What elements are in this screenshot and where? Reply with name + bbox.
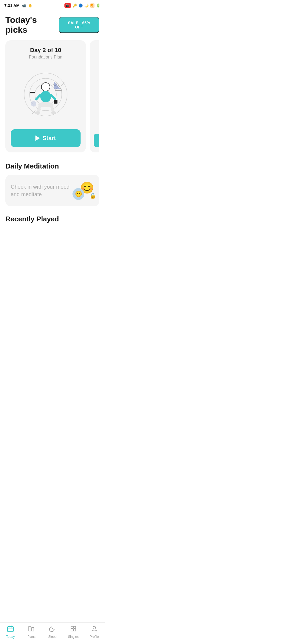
svg-marker-11 xyxy=(54,81,60,89)
svg-line-18 xyxy=(51,105,53,112)
svg-line-9 xyxy=(61,83,64,86)
svg-line-15 xyxy=(51,95,55,99)
svg-line-8 xyxy=(29,83,32,86)
plan-day-label: Day 2 of 10 xyxy=(11,47,81,54)
start-label: Start xyxy=(42,135,56,142)
start-button[interactable]: Start xyxy=(11,129,81,147)
header-row: Today's picks SALE - 65% OFF xyxy=(5,15,99,35)
recently-played-section: Recently Played xyxy=(5,215,99,223)
status-icons: 📷 🔑 🔵 🌙 📶 🔋 xyxy=(64,3,100,8)
camera-icon: 📹 xyxy=(22,3,26,8)
sale-badge-button[interactable]: SALE - 65% OFF xyxy=(59,17,99,33)
emoji-group: 😊 😐 🔒 xyxy=(73,181,94,200)
svg-line-14 xyxy=(36,95,40,99)
svg-point-19 xyxy=(35,111,40,114)
plan-name: Foundations Plan xyxy=(11,55,81,60)
svg-point-12 xyxy=(41,83,50,91)
status-bar: 7:31 AM 📹 ✋ 📷 🔑 🔵 🌙 📶 🔋 xyxy=(0,0,105,11)
partial-card-button[interactable] xyxy=(94,134,99,147)
daily-meditation-section: Daily Meditation Check in with your mood… xyxy=(5,162,99,206)
svg-rect-4 xyxy=(54,100,57,104)
svg-point-20 xyxy=(51,111,56,114)
neutral-emoji: 😐 xyxy=(73,188,84,200)
svg-line-17 xyxy=(38,105,40,112)
key-icon: 🔑 xyxy=(73,3,77,8)
status-time: 7:31 AM xyxy=(4,3,20,8)
bluetooth-icon: 🔵 xyxy=(78,3,83,8)
play-icon xyxy=(35,136,40,141)
lock-icon: 🔒 xyxy=(89,192,96,199)
plan-illustration xyxy=(11,65,81,124)
gesture-icon: ✋ xyxy=(28,3,32,8)
meditation-card[interactable]: Check in with your mood and meditate 😊 😐… xyxy=(5,175,99,206)
moon-icon: 🌙 xyxy=(84,3,89,8)
plan-card-partial xyxy=(90,40,99,152)
page-title: Today's picks xyxy=(5,15,59,35)
recently-played-title: Recently Played xyxy=(5,215,99,223)
daily-meditation-title: Daily Meditation xyxy=(5,162,99,170)
wifi-icon: 📶 xyxy=(90,3,95,8)
meditation-card-text: Check in with your mood and meditate xyxy=(11,183,70,198)
svg-point-13 xyxy=(40,91,51,103)
svg-point-6 xyxy=(31,101,36,107)
battery-icon: 🔋 xyxy=(96,3,100,8)
record-icon: 📷 xyxy=(64,3,71,8)
cards-row: Day 2 of 10 Foundations Plan xyxy=(5,40,99,153)
plan-card: Day 2 of 10 Foundations Plan xyxy=(5,40,86,152)
main-content: Today's picks SALE - 65% OFF Day 2 of 10… xyxy=(0,11,105,254)
svg-rect-3 xyxy=(30,92,35,93)
